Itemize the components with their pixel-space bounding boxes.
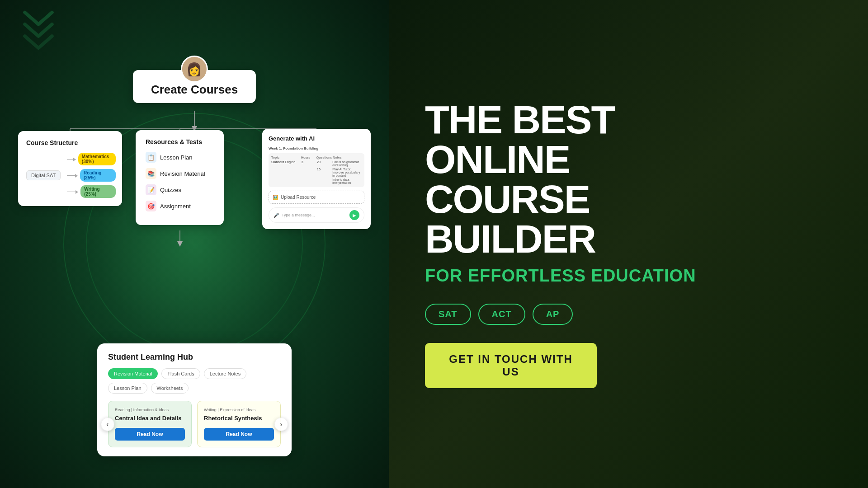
upload-icon: 🖼️ bbox=[273, 195, 278, 200]
mic-icon: 🎤 bbox=[274, 213, 279, 218]
tab-worksheets[interactable]: Worksheets bbox=[151, 383, 189, 394]
quizzes-item: 📝 Quizzes bbox=[146, 184, 214, 195]
upload-label: Upload Resource bbox=[281, 195, 316, 200]
ai-card-title: Generate with AI bbox=[269, 135, 364, 142]
tab-lecture-notes[interactable]: Lecture Notes bbox=[204, 368, 246, 379]
sat-badge[interactable]: SAT bbox=[425, 304, 471, 325]
avatar: 👩 bbox=[181, 56, 208, 83]
row2-questions: 16 bbox=[317, 168, 331, 177]
col-hours: Hours bbox=[301, 156, 316, 159]
col-notes: Notes bbox=[333, 156, 362, 159]
resources-tests-card: Resources & Tests 📋 Lesson Plan 📚 Revisi… bbox=[136, 130, 224, 225]
headline-line1: THE BEST bbox=[425, 100, 832, 140]
cta-button[interactable]: GET IN TOUCH WITH US bbox=[425, 343, 597, 388]
writing-category: Writing | Expression of Ideas bbox=[204, 408, 274, 412]
left-panel: 👩 Create Courses Course Structure Digita… bbox=[0, 0, 389, 488]
revision-material-label: Revision Material bbox=[160, 170, 205, 177]
quizzes-icon: 📝 bbox=[146, 184, 156, 195]
diagram-container: 👩 Create Courses Course Structure Digita… bbox=[9, 32, 380, 465]
ap-badge[interactable]: AP bbox=[533, 304, 573, 325]
chat-placeholder: Type a message... bbox=[282, 213, 347, 217]
assignment-label: Assignment bbox=[160, 203, 191, 210]
revision-material-item: 📚 Revision Material bbox=[146, 168, 214, 179]
hub-title: Student Learning Hub bbox=[108, 352, 281, 362]
headline: THE BEST ONLINE COURSE BUILDER bbox=[425, 100, 832, 259]
digital-sat-label: Digital SAT bbox=[26, 170, 61, 180]
assignment-item: 🎯 Assignment bbox=[146, 201, 214, 211]
student-learning-hub: Student Learning Hub Revision Material F… bbox=[97, 343, 292, 456]
send-button[interactable]: ▶ bbox=[349, 210, 359, 220]
row2-hours bbox=[302, 168, 316, 177]
col-questions: Questions bbox=[316, 156, 332, 159]
hub-tabs: Revision Material Flash Cards Lecture No… bbox=[108, 368, 281, 394]
reading-category: Reading | Information & Ideas bbox=[115, 408, 185, 412]
create-courses-title: Create Courses bbox=[151, 83, 238, 97]
reading-card: Reading | Information & Ideas Central Id… bbox=[108, 401, 192, 447]
headline-line3: COURSE bbox=[425, 179, 832, 219]
right-panel: THE BEST ONLINE COURSE BUILDER FOR EFFOR… bbox=[389, 0, 868, 488]
subtitle: FOR EFFORTLESS EDUCATION bbox=[425, 266, 832, 286]
hub-cards-row: Reading | Information & Ideas Central Id… bbox=[108, 401, 281, 447]
generate-ai-card: Generate with AI Week 1: Foundation Buil… bbox=[262, 129, 371, 229]
row2-notes: Play AI Tutor: Improve vocabulary in con… bbox=[332, 168, 362, 177]
writing-card-title: Rhetorical Synthesis bbox=[204, 415, 274, 422]
week-label: Week 1: Foundation Building bbox=[269, 146, 364, 150]
row2-topic bbox=[271, 168, 301, 177]
resources-title: Resources & Tests bbox=[146, 138, 214, 145]
lesson-plan-icon: 📋 bbox=[146, 152, 156, 163]
tab-flash-cards[interactable]: Flash Cards bbox=[161, 368, 200, 379]
badges-row: SAT ACT AP bbox=[425, 304, 832, 325]
course-structure-title: Course Structure bbox=[26, 139, 114, 146]
row1-hours: 3 bbox=[302, 160, 316, 167]
row3-hours bbox=[302, 178, 316, 184]
row1-notes: Focus on grammar and writing bbox=[332, 160, 362, 167]
headline-line4: BUILDER bbox=[425, 219, 832, 259]
reading-card-title: Central Idea and Details bbox=[115, 415, 185, 422]
row3-questions bbox=[317, 178, 331, 184]
tab-lesson-plan[interactable]: Lesson Plan bbox=[108, 383, 147, 394]
row3-topic bbox=[271, 178, 301, 184]
reading-read-now-button[interactable]: Read Now bbox=[115, 428, 185, 441]
math-badge: Mathematics (30%) bbox=[78, 153, 116, 165]
hub-nav-right-arrow[interactable]: › bbox=[274, 418, 288, 431]
ai-chat-input[interactable]: 🎤 Type a message... ▶ bbox=[269, 207, 364, 223]
writing-badge: Writing (25%) bbox=[80, 185, 115, 198]
revision-material-icon: 📚 bbox=[146, 168, 156, 179]
col-topic: Topic bbox=[271, 156, 300, 159]
lesson-plan-label: Lesson Plan bbox=[160, 154, 193, 161]
tab-revision-material[interactable]: Revision Material bbox=[108, 368, 158, 379]
act-badge[interactable]: ACT bbox=[478, 304, 525, 325]
row1-questions: 20 bbox=[317, 160, 331, 167]
reading-badge: Reading (25%) bbox=[80, 169, 116, 182]
quizzes-label: Quizzes bbox=[160, 187, 181, 193]
upload-resource-btn[interactable]: 🖼️ Upload Resource bbox=[269, 191, 364, 204]
hub-nav-left-arrow[interactable]: ‹ bbox=[101, 418, 114, 431]
create-courses-card: 👩 Create Courses bbox=[133, 70, 256, 103]
assignment-icon: 🎯 bbox=[146, 201, 156, 211]
row3-notes: Intro to data interpretation bbox=[332, 178, 362, 184]
writing-read-now-button[interactable]: Read Now bbox=[204, 428, 274, 441]
row1-topic: Standard English bbox=[271, 160, 301, 167]
hub-cards-wrapper: ‹ Reading | Information & Ideas Central … bbox=[108, 401, 281, 447]
lesson-plan-item: 📋 Lesson Plan bbox=[146, 152, 214, 163]
headline-line2: ONLINE bbox=[425, 140, 832, 179]
writing-card: Writing | Expression of Ideas Rhetorical… bbox=[197, 401, 281, 447]
course-structure-card: Course Structure Digital SAT Mathematics… bbox=[18, 131, 122, 206]
